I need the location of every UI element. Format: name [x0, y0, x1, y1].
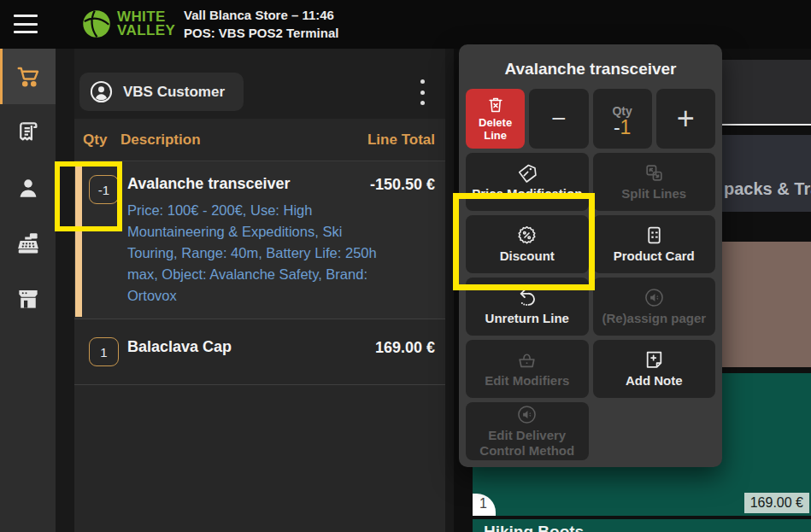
hamburger-menu-icon[interactable]	[14, 15, 38, 33]
plus-icon: +	[677, 106, 695, 132]
trash-icon	[486, 96, 505, 114]
sidebar	[0, 49, 56, 532]
order-options-kebab-icon[interactable]	[414, 79, 430, 105]
customer-button-label: VBS Customer	[123, 84, 225, 101]
delete-line-label: Delete Line	[471, 116, 520, 142]
pos-screen: WHITEVALLEY Vall Blanca Store – 11:46 PO…	[0, 0, 811, 532]
order-columns-header: Qty Description Line Total	[74, 119, 445, 161]
column-description: Description	[120, 132, 367, 149]
minus-icon: −	[551, 106, 567, 132]
order-line-total: 169.00 €	[375, 339, 435, 357]
column-line-total: Line Total	[367, 132, 435, 149]
sidebar-item-register[interactable]	[0, 215, 56, 271]
edit-delivery-control-method-button: Edit Delivery Control Method	[466, 402, 589, 460]
qty-badge: 1	[89, 337, 119, 366]
split-lines-icon	[644, 162, 665, 184]
column-qty: Qty	[83, 132, 120, 149]
popup-actions-grid: Price Modification Split Lines Discount …	[466, 153, 715, 460]
sidebar-item-orders[interactable]	[0, 104, 56, 160]
split-lines-button: Split Lines	[593, 153, 716, 211]
order-panel: VBS Customer Qty Description Line Total …	[56, 49, 454, 532]
add-note-button[interactable]: Add Note	[593, 340, 716, 398]
product-card-icon	[644, 225, 665, 246]
order-lines-area: Qty Description Line Total -1 Avalanche …	[74, 119, 445, 532]
unreturn-line-button[interactable]: Unreturn Line	[466, 278, 589, 336]
split-lines-label: Split Lines	[621, 186, 686, 202]
reassign-pager-button: (Re)assign pager	[593, 278, 716, 336]
customer-circle-icon	[90, 80, 113, 103]
sidebar-item-customers[interactable]	[0, 160, 56, 215]
qty-sign: -	[614, 116, 620, 138]
basket-icon	[516, 349, 538, 371]
product-card-label: Product Card	[614, 248, 695, 264]
popup-title: Avalanche transceiver	[466, 60, 715, 79]
line-options-popup: Avalanche transceiver Delete Line − Qty …	[459, 44, 722, 467]
cart-count-badge: 1	[473, 494, 496, 516]
order-line-avalanche-transceiver[interactable]: -1 Avalanche transceiver -150.50 € Price…	[74, 161, 445, 319]
qty-badge: -1	[89, 175, 119, 204]
add-note-label: Add Note	[626, 373, 683, 389]
edit-modifiers-label: Edit Modifiers	[485, 373, 569, 389]
order-line-attributes: Price: 100€ - 200€, Use: High Mountainee…	[127, 200, 384, 307]
shop-icon	[15, 286, 41, 312]
register-icon	[15, 231, 41, 256]
top-bar: WHITEVALLEY Vall Blanca Store – 11:46 PO…	[0, 0, 811, 49]
order-line-balaclava-cap[interactable]: 1 Balaclava Cap 169.00 €	[74, 319, 445, 385]
discount-button[interactable]: Discount	[466, 215, 589, 273]
qty-plus-button[interactable]: +	[656, 89, 715, 149]
qty-minus-button[interactable]: −	[529, 89, 588, 149]
customer-icon	[15, 175, 41, 201]
reassign-pager-label: (Re)assign pager	[602, 311, 706, 326]
white-valley-logo-icon	[81, 9, 112, 39]
category-tile-label: packs & Trave	[724, 179, 811, 199]
product-price-chip: 169.00 €	[744, 493, 809, 513]
qty-digit: 1	[620, 116, 632, 138]
orders-icon	[15, 120, 41, 145]
discount-badge-icon	[516, 225, 538, 246]
qty-display: Qty -1	[593, 89, 652, 149]
price-tag-icon	[516, 162, 538, 184]
order-panel-inner: VBS Customer Qty Description Line Total …	[74, 49, 445, 532]
store-title: Vall Blanca Store – 11:46	[184, 6, 338, 24]
product-tile-name: Hiking Boots	[484, 523, 584, 532]
unreturn-arrow-icon	[516, 287, 538, 308]
brand-word-2: VALLEY	[117, 22, 175, 38]
discount-label: Discount	[500, 248, 555, 264]
order-line-total: -150.50 €	[370, 176, 435, 194]
customer-row: VBS Customer	[74, 49, 445, 119]
popup-qty-row: Delete Line − Qty -1 +	[466, 89, 715, 149]
customer-button[interactable]: VBS Customer	[79, 73, 244, 111]
cart-icon	[15, 64, 41, 90]
price-modification-button[interactable]: Price Modification	[466, 153, 589, 211]
sidebar-item-cart[interactable]	[0, 49, 56, 104]
brand-logo: WHITEVALLEY	[81, 9, 175, 39]
pager-speaker-icon	[644, 287, 665, 308]
price-modification-label: Price Modification	[472, 186, 582, 202]
product-tile-hiking-boots[interactable]: Hiking Boots	[473, 519, 811, 532]
edit-modifiers-button: Edit Modifiers	[466, 340, 589, 398]
note-plus-icon	[644, 349, 665, 371]
sidebar-item-shop[interactable]	[0, 271, 56, 326]
edit-delivery-control-method-label: Edit Delivery Control Method	[471, 428, 584, 459]
pos-terminal-label: POS: VBS POS2 Terminal	[184, 24, 338, 42]
product-card-button[interactable]: Product Card	[593, 215, 716, 273]
delete-line-button[interactable]: Delete Line	[466, 89, 525, 149]
delivery-speaker-icon	[516, 404, 538, 425]
unreturn-line-label: Unreturn Line	[485, 311, 569, 326]
